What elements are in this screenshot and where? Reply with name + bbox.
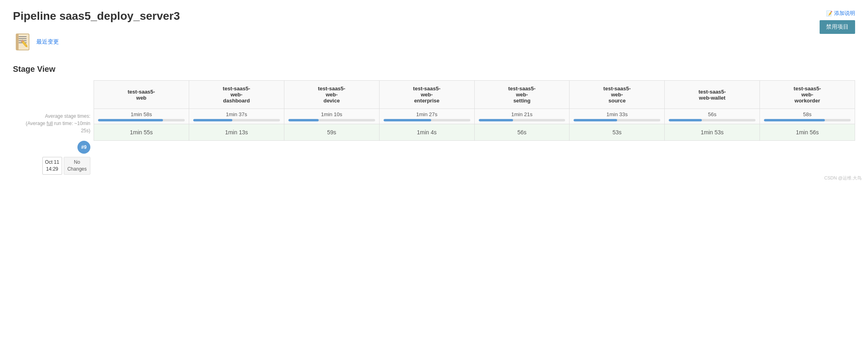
stage-header-row: test-saas5-webtest-saas5-web-dashboardte… (94, 81, 855, 109)
build-result-row: 1min 55s1min 13s59s1min 4s56s53s1min 53s… (94, 124, 855, 141)
build-date-box: Oct 11 14:29 (42, 157, 62, 175)
left-info-column: Average stage times: (Average full run t… (13, 80, 94, 175)
stage-table: test-saas5-webtest-saas5-web-dashboardte… (94, 80, 855, 141)
build-time-cell-1: 1min 13s (189, 124, 284, 141)
avg-time-cell-6: 56s (665, 109, 760, 124)
stage-header-5: test-saas5-web-source (570, 81, 665, 109)
build-time-cell-0: 1min 55s (94, 124, 189, 141)
svg-rect-3 (19, 36, 27, 37)
edit-icon: 📝 (826, 10, 833, 17)
no-changes-box: NoChanges (64, 157, 90, 175)
add-description-link[interactable]: 📝 添加说明 (826, 10, 855, 17)
svg-rect-4 (19, 38, 27, 39)
build-time-cell-6: 1min 53s (665, 124, 760, 141)
page-title: Pipeline saas5_deploy_server3 (13, 10, 855, 23)
full-link[interactable]: full (47, 121, 53, 126)
build-time-cell-5: 53s (570, 124, 665, 141)
stage-header-3: test-saas5-web-enterprise (379, 81, 474, 109)
avg-time-cell-1: 1min 37s (189, 109, 284, 124)
avg-label: Average stage times: (Average full run t… (13, 113, 90, 134)
build-time-cell-3: 1min 4s (379, 124, 474, 141)
stage-view-section: Average stage times: (Average full run t… (13, 80, 855, 175)
stage-header-7: test-saas5-web-workorder (760, 81, 855, 109)
avg-time-cell-5: 1min 33s (570, 109, 665, 124)
add-description-label: 添加说明 (834, 10, 855, 17)
disable-project-button[interactable]: 禁用项目 (820, 20, 855, 34)
avg-time-cell-4: 1min 21s (474, 109, 570, 124)
avg-time-cell-0: 1min 58s (94, 109, 189, 124)
notebook-icon (13, 32, 32, 52)
build-time-cell-7: 1min 56s (760, 124, 855, 141)
svg-rect-1 (16, 34, 19, 50)
stage-view-title: Stage View (13, 65, 855, 74)
avg-time-cell-3: 1min 27s (379, 109, 474, 124)
stage-header-6: test-saas5-web-wallet (665, 81, 760, 109)
avg-time-cell-2: 1min 10s (284, 109, 379, 124)
avg-time-row: 1min 58s 1min 37s 1min 10s 1min 27s 1min… (94, 109, 855, 124)
recent-changes-section: 最近变更 (13, 32, 855, 52)
build-time-cell-4: 56s (474, 124, 570, 141)
top-actions: 📝 添加说明 禁用项目 (820, 10, 855, 34)
build-time-cell-2: 59s (284, 124, 379, 141)
watermark: CSDN @运维.大鸟 (824, 175, 862, 181)
stage-header-0: test-saas5-web (94, 81, 189, 109)
stage-header-2: test-saas5-web-device (284, 81, 379, 109)
recent-changes-link[interactable]: 最近变更 (36, 38, 59, 46)
build-badge[interactable]: #9 (77, 141, 90, 154)
avg-time-cell-7: 58s (760, 109, 855, 124)
stage-header-4: test-saas5-web-setting (474, 81, 570, 109)
stage-header-1: test-saas5-web-dashboard (189, 81, 284, 109)
